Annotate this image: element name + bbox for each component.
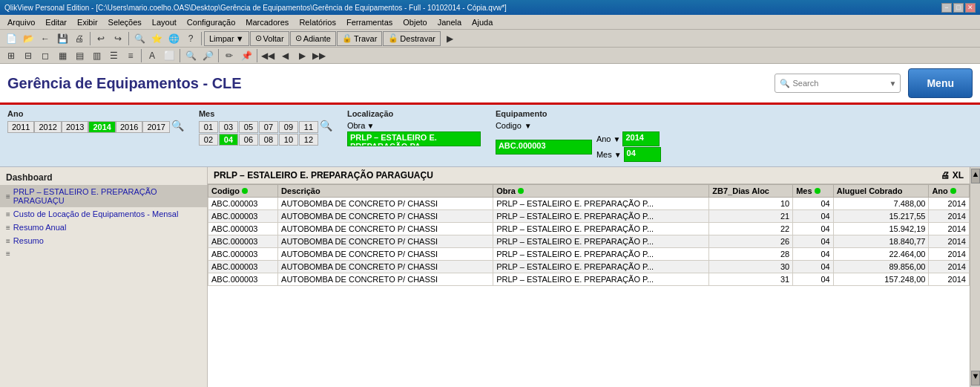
tb2-btn14[interactable]: 📌 [238, 48, 254, 63]
tb2-btn6[interactable]: ▥ [88, 48, 105, 63]
menu-item-marcadores[interactable]: Marcadores [241, 17, 293, 27]
year-btn-2011[interactable]: 2011 [7, 121, 34, 133]
month-btn-04[interactable]: 04 [219, 134, 238, 146]
menu-button[interactable]: Menu [908, 68, 973, 98]
equip-ano-dropdown-icon[interactable]: ▼ [613, 135, 620, 143]
tb2-btn9[interactable]: A [144, 48, 160, 63]
minimize-button[interactable]: − [941, 3, 952, 13]
month-btn-05[interactable]: 05 [239, 121, 258, 133]
month-btn-03[interactable]: 03 [219, 121, 238, 133]
month-btn-10[interactable]: 10 [279, 134, 298, 146]
equip-mes-value[interactable]: 04 [624, 147, 661, 162]
codigo-value[interactable]: ABC.000003 [496, 140, 592, 155]
menu-item-objeto[interactable]: Objeto [398, 17, 431, 27]
month-btn-11[interactable]: 11 [299, 121, 318, 133]
menu-item-exibir[interactable]: Exibir [73, 17, 102, 27]
month-btn-01[interactable]: 01 [199, 121, 218, 133]
left-panel-item-3[interactable]: ≡Resumo [0, 234, 207, 247]
col-header-descricao[interactable]: Descrição [278, 185, 493, 198]
toolbar-help[interactable]: ? [182, 31, 199, 46]
voltar-button[interactable]: ⊙ Voltar [250, 31, 289, 46]
mes-search-icon[interactable]: 🔍 [320, 120, 332, 131]
toolbar-back[interactable]: ← [37, 31, 53, 46]
left-panel-item-0[interactable]: ≡PRLP – ESTALEIRO E. PREPARAÇÃO PARAGUAÇ… [0, 185, 207, 207]
obra-value[interactable]: PRLP – ESTALEIRO E. PREPARAÇÃO PA... [347, 131, 481, 146]
toolbar-star[interactable]: ⭐ [148, 31, 165, 46]
toolbar-save[interactable]: 💾 [54, 31, 70, 46]
tb2-btn5[interactable]: ▤ [71, 48, 88, 63]
xl-export-icon[interactable]: XL [953, 170, 964, 181]
month-btn-07[interactable]: 07 [259, 121, 278, 133]
search-input[interactable] [792, 79, 889, 88]
tb2-btn12[interactable]: 🔎 [200, 48, 216, 63]
toolbar-globe[interactable]: 🌐 [165, 31, 182, 46]
obra-dropdown-icon[interactable]: ▼ [366, 122, 374, 130]
col-header-codigo[interactable]: Codigo [208, 185, 278, 198]
month-btn-12[interactable]: 12 [299, 134, 318, 146]
scrollbar-up[interactable]: ▲ [971, 169, 980, 183]
toolbar-print[interactable]: 🖨 [71, 31, 88, 46]
toolbar-open[interactable]: 📂 [20, 31, 36, 46]
maximize-button[interactable]: □ [953, 3, 964, 13]
month-btn-08[interactable]: 08 [259, 134, 278, 146]
month-btn-06[interactable]: 06 [239, 134, 258, 146]
toolbar-undo[interactable]: ↩ [93, 31, 109, 46]
left-panel-item-2[interactable]: ≡Resumo Anual [0, 221, 207, 234]
menu-item-selecoes[interactable]: Seleções [104, 17, 146, 27]
search-dropdown-icon[interactable]: ▼ [889, 79, 896, 88]
menu-item-layout[interactable]: Layout [148, 17, 181, 27]
menu-item-janela[interactable]: Janela [433, 17, 466, 27]
adiante-button[interactable]: ⊙ Adiante [290, 31, 336, 46]
left-panel-item-4[interactable]: ≡ [0, 247, 207, 260]
tb2-btn10[interactable]: ⬜ [161, 48, 177, 63]
codigo-dropdown-icon[interactable]: ▼ [524, 122, 532, 130]
tb2-btn7[interactable]: ☰ [105, 48, 122, 63]
menu-item-arquivo[interactable]: Arquivo [3, 17, 39, 27]
tb2-btn3[interactable]: ◻ [37, 48, 53, 63]
col-header-aluguel[interactable]: Aluguel Cobrado [833, 185, 929, 198]
tb2-btn13[interactable]: ✏ [221, 48, 237, 63]
tb2-btn18[interactable]: ▶▶ [311, 48, 327, 63]
year-btn-2016[interactable]: 2016 [116, 121, 142, 133]
year-btn-2012[interactable]: 2012 [34, 121, 61, 133]
search-box[interactable]: 🔍 ▼ [775, 74, 901, 93]
print-table-icon[interactable]: 🖨 [941, 170, 950, 181]
col-header-zb7_dias[interactable]: ZB7_Dias Aloc [709, 185, 793, 198]
toolbar-redo[interactable]: ↪ [110, 31, 126, 46]
destravar-button[interactable]: 🔓 Destravar [383, 31, 441, 46]
toolbar-search[interactable]: 🔍 [131, 31, 148, 46]
menu-item-ferramentas[interactable]: Ferramentas [342, 17, 397, 27]
equipamento-filter: Equipamento Codigo ▼ ABC.000003 Ano ▼ 20… [496, 109, 661, 162]
col-header-ano[interactable]: Ano [929, 185, 970, 198]
menu-item-editar[interactable]: Editar [41, 17, 71, 27]
equip-mes-dropdown-icon[interactable]: ▼ [614, 151, 622, 159]
col-header-mes[interactable]: Mes [793, 185, 834, 198]
tb2-btn8[interactable]: ≡ [122, 48, 139, 63]
tb2-btn4[interactable]: ▦ [54, 48, 70, 63]
menu-item-configuracao[interactable]: Configuração [182, 17, 240, 27]
toolbar-new[interactable]: 📄 [3, 31, 19, 46]
tb2-btn1[interactable]: ⊞ [3, 48, 19, 63]
tb2-btn16[interactable]: ◀ [277, 48, 293, 63]
col-header-obra[interactable]: Obra [493, 185, 709, 198]
equip-ano-value[interactable]: 2014 [622, 131, 660, 146]
ano-search-icon[interactable]: 🔍 [171, 120, 184, 131]
year-btn-2017[interactable]: 2017 [142, 121, 169, 133]
menu-item-relatorios[interactable]: Relatórios [295, 17, 341, 27]
scrollbar-down[interactable]: ▼ [971, 371, 980, 386]
limpar-button[interactable]: Limpar ▼ [204, 31, 249, 46]
left-panel-item-1[interactable]: ≡Custo de Locação de Equipamentos - Mens… [0, 207, 207, 221]
tb2-btn2[interactable]: ⊟ [20, 48, 36, 63]
year-btn-2014[interactable]: 2014 [88, 121, 115, 133]
tb2-btn17[interactable]: ▶ [294, 48, 310, 63]
menu-item-ajuda[interactable]: Ajuda [467, 17, 497, 27]
close-button[interactable]: ✕ [965, 3, 976, 13]
tb2-btn15[interactable]: ◀◀ [260, 48, 276, 63]
month-btn-09[interactable]: 09 [279, 121, 298, 133]
travar-button[interactable]: 🔒 Travar [337, 31, 382, 46]
toolbar-extra[interactable]: ▶ [441, 31, 458, 46]
year-btn-2013[interactable]: 2013 [62, 121, 88, 133]
tb2-btn11[interactable]: 🔍 [182, 48, 199, 63]
month-btn-02[interactable]: 02 [199, 134, 218, 146]
scrollbar[interactable]: ▲ ▼ [970, 167, 980, 387]
